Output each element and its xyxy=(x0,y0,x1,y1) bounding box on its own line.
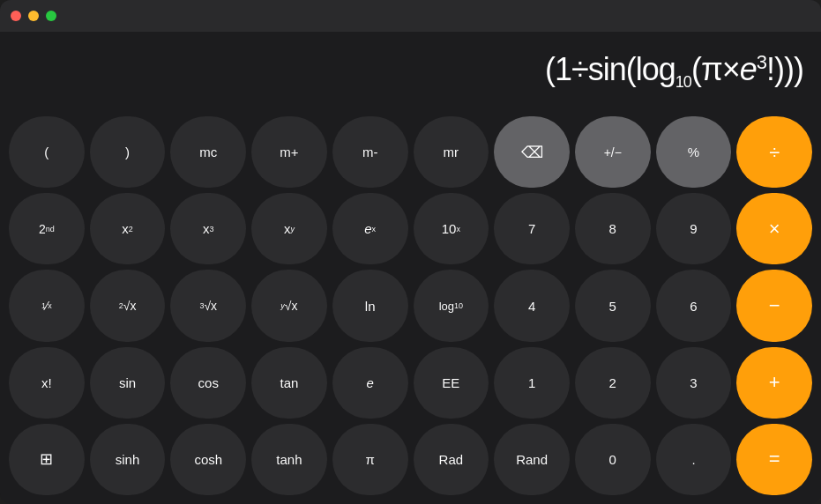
x-cubed-button[interactable]: x3 xyxy=(170,193,246,264)
maximize-button[interactable] xyxy=(46,11,56,21)
close-button[interactable] xyxy=(11,11,21,21)
six-button[interactable]: 6 xyxy=(656,270,732,341)
sinh-button[interactable]: sinh xyxy=(90,424,166,495)
add-button[interactable]: + xyxy=(736,347,812,419)
euler-button[interactable]: e xyxy=(332,347,408,419)
mc-button[interactable]: mc xyxy=(170,116,246,188)
backspace-button[interactable]: ⌫ xyxy=(494,116,570,188)
divide-button[interactable]: ÷ xyxy=(736,116,812,188)
close-paren-button[interactable]: ) xyxy=(90,116,166,188)
second-button[interactable]: 2nd xyxy=(9,193,85,264)
row-4: ⊞sinhcoshtanhπRadRand0.= xyxy=(9,424,812,495)
open-paren-button[interactable]: ( xyxy=(9,116,85,188)
decimal-button[interactable]: . xyxy=(656,424,732,495)
title-bar xyxy=(0,0,821,32)
m-plus-button[interactable]: m+ xyxy=(251,116,327,188)
one-button[interactable]: 1 xyxy=(494,347,570,419)
x-to-y-button[interactable]: xy xyxy=(251,193,327,264)
four-button[interactable]: 4 xyxy=(494,270,570,341)
zero-button[interactable]: 0 xyxy=(575,424,651,495)
m-minus-button[interactable]: m- xyxy=(332,116,408,188)
eight-button[interactable]: 8 xyxy=(575,193,651,264)
row-1: 2ndx2x3xyex10x789× xyxy=(9,193,812,264)
nine-button[interactable]: 9 xyxy=(656,193,732,264)
five-button[interactable]: 5 xyxy=(575,270,651,341)
row-3: x!sincostaneEE123+ xyxy=(9,347,812,419)
plus-minus-button[interactable]: +/− xyxy=(575,116,651,188)
rand-button[interactable]: Rand xyxy=(494,424,570,495)
ten-to-x-button[interactable]: 10x xyxy=(414,193,489,264)
tanh-button[interactable]: tanh xyxy=(251,424,327,495)
keypad: ()mcm+m-mr⌫+/−%÷2ndx2x3xyex10x789×1⁄x2√x… xyxy=(0,111,821,504)
row-0: ()mcm+m-mr⌫+/−%÷ xyxy=(9,116,812,188)
cos-button[interactable]: cos xyxy=(170,347,246,419)
display-expression: (1÷sin(log10(π×e3!))) xyxy=(545,51,803,92)
x-squared-button[interactable]: x2 xyxy=(90,193,166,264)
percent-button[interactable]: % xyxy=(656,116,732,188)
three-button[interactable]: 3 xyxy=(656,347,732,419)
seven-button[interactable]: 7 xyxy=(494,193,570,264)
pi-button[interactable]: π xyxy=(332,424,408,495)
row-2: 1⁄x2√x3√xy√xlnlog10456− xyxy=(9,270,812,341)
subtract-button[interactable]: − xyxy=(736,270,812,341)
e-to-x-button[interactable]: ex xyxy=(332,193,408,264)
equals-button[interactable]: = xyxy=(736,424,812,495)
minimize-button[interactable] xyxy=(28,11,39,21)
ln-button[interactable]: ln xyxy=(332,270,408,341)
cosh-button[interactable]: cosh xyxy=(170,424,246,495)
calculator-mode-button[interactable]: ⊞ xyxy=(9,424,85,495)
rad-button[interactable]: Rad xyxy=(414,424,489,495)
calculator-window: (1÷sin(log10(π×e3!))) ()mcm+m-mr⌫+/−%÷2n… xyxy=(0,0,821,504)
mr-button[interactable]: mr xyxy=(414,116,489,188)
tan-button[interactable]: tan xyxy=(251,347,327,419)
ee-button[interactable]: EE xyxy=(414,347,489,419)
cbrt-button[interactable]: 3√x xyxy=(170,270,246,341)
yth-root-button[interactable]: y√x xyxy=(251,270,327,341)
factorial-button[interactable]: x! xyxy=(9,347,85,419)
multiply-button[interactable]: × xyxy=(736,193,812,264)
one-over-x-button[interactable]: 1⁄x xyxy=(9,270,85,341)
two-button[interactable]: 2 xyxy=(575,347,651,419)
sqrt-button[interactable]: 2√x xyxy=(90,270,166,341)
sin-button[interactable]: sin xyxy=(90,347,166,419)
log10-button[interactable]: log10 xyxy=(414,270,489,341)
display: (1÷sin(log10(π×e3!))) xyxy=(0,32,821,111)
